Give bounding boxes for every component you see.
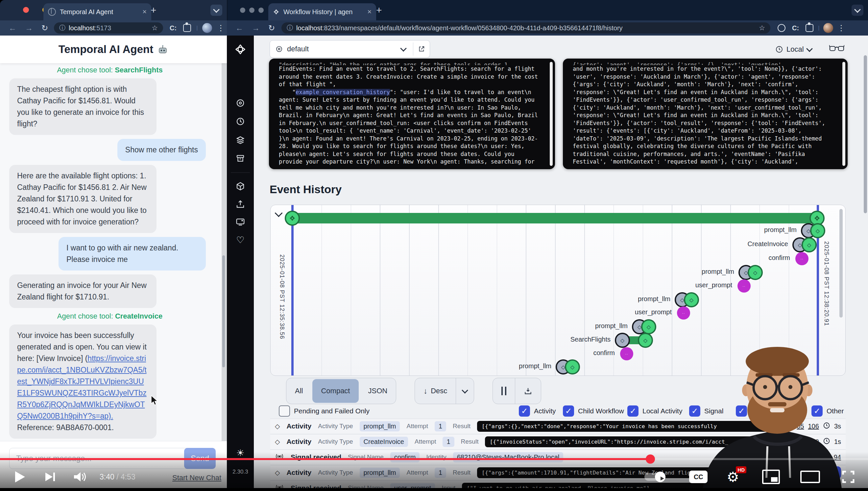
sort-chevron-button[interactable] [456, 378, 474, 404]
codec-monitor-icon[interactable] [227, 217, 254, 227]
kebab-menu-icon[interactable]: ⋮ [217, 23, 224, 33]
code-scrollbar[interactable] [842, 62, 845, 166]
tab-search-chevron-icon[interactable] [210, 5, 222, 16]
signal-marker[interactable]: ∙∙ [677, 307, 690, 320]
namespace-select[interactable]: default [270, 40, 430, 58]
timezone-select[interactable]: Local [775, 43, 812, 56]
workflows-eye-icon[interactable] [227, 98, 254, 108]
puzzle-extensions-icon[interactable] [183, 24, 191, 32]
timeline-scrollbar[interactable] [839, 209, 843, 318]
reload-icon[interactable]: ↻ [41, 23, 48, 33]
tab-temporal-ai-agent[interactable]: Temporal AI Agent × [43, 3, 151, 21]
new-tab-button[interactable]: + [376, 5, 382, 16]
kebab-menu-icon[interactable]: ⋮ [837, 23, 845, 33]
open-external-icon[interactable] [418, 46, 425, 53]
activity-completed-marker[interactable]: ◇ [802, 237, 817, 252]
sort-control[interactable]: ↓Desc [414, 378, 474, 404]
schedules-clock-icon[interactable] [227, 116, 254, 126]
back-icon[interactable]: ← [8, 23, 17, 33]
autoplay-toggle[interactable] [644, 473, 665, 481]
user-message-bubble: Show me other flights [117, 139, 206, 161]
close-window-button[interactable] [240, 7, 245, 13]
cell-label: Result [461, 438, 479, 445]
pause-button[interactable] [493, 378, 515, 404]
forward-icon[interactable]: → [25, 23, 33, 33]
tab-close-icon[interactable]: × [143, 7, 147, 16]
volume-icon[interactable] [73, 471, 88, 483]
input-code-text: "description": "Help the user gather arg… [269, 59, 555, 169]
cast-extension-icon[interactable]: C: [169, 24, 177, 32]
activity-completed-marker[interactable]: ◇ [641, 319, 656, 334]
cube-icon[interactable] [227, 181, 254, 191]
site-info-icon[interactable]: ⓘ [59, 24, 65, 32]
cast-extension-icon[interactable]: C: [792, 24, 799, 32]
forward-icon[interactable]: → [252, 23, 260, 33]
password-manager-icon[interactable] [778, 24, 785, 32]
page-title: Temporal AI Agent [59, 43, 153, 56]
activity-completed-marker[interactable]: ◇ [565, 359, 580, 375]
temporal-logo-icon[interactable] [227, 43, 254, 56]
filter-local-activity[interactable]: ✓Local Activity [627, 405, 682, 416]
checkbox-checked-icon[interactable]: ✓ [627, 405, 639, 416]
signal-marker[interactable]: ∙∙ [795, 252, 808, 265]
address-bar[interactable]: ⓘ localhost:5173 ☆ [54, 22, 163, 34]
address-bar[interactable]: ⓘ localhost:8233/namespaces/default/work… [281, 22, 770, 34]
view-mode-segmented-control[interactable]: AllCompactJSON [286, 378, 396, 404]
reload-icon[interactable]: ↻ [268, 23, 275, 33]
tab-workflow-history[interactable]: Workflow History | agent-wor × [268, 3, 376, 21]
puzzle-extensions-icon[interactable] [806, 24, 813, 32]
checkbox-checked-icon[interactable]: ✓ [519, 405, 530, 416]
theater-mode-button[interactable] [800, 470, 820, 483]
minimize-window-button[interactable] [249, 7, 254, 13]
maximize-window-button[interactable] [258, 7, 264, 13]
agent-message-bubble: Your invoice has been successfully gener… [9, 324, 156, 439]
archive-box-icon[interactable] [227, 153, 254, 163]
captions-button[interactable]: CC [689, 470, 708, 483]
signal-marker[interactable]: ∙∙ [738, 280, 751, 293]
activity-completed-marker[interactable]: ◇ [748, 265, 763, 280]
filter-child-workflow[interactable]: ✓Child Workflow [563, 405, 624, 416]
page-scrollbar[interactable] [864, 55, 867, 213]
labs-glasses-icon[interactable] [829, 44, 844, 54]
stacks-layers-icon[interactable] [227, 135, 254, 145]
activity-completed-marker[interactable]: ◇ [684, 292, 699, 307]
activity-scheduled-marker[interactable]: ◇ [615, 333, 630, 348]
input-code-panel[interactable]: "description": "Help the user gather arg… [269, 59, 555, 169]
url-path: :8233/namespaces/default/workflows/agent… [322, 24, 623, 32]
export-upload-icon[interactable] [227, 199, 254, 209]
play-button[interactable] [15, 471, 25, 483]
view-option-json[interactable]: JSON [360, 378, 396, 404]
profile-avatar[interactable] [823, 23, 833, 33]
video-progress-bar[interactable] [0, 458, 868, 460]
site-info-icon[interactable]: ⓘ [287, 24, 293, 32]
view-option-compact[interactable]: Compact [312, 379, 359, 403]
download-button[interactable] [515, 378, 541, 404]
code-scrollbar[interactable] [550, 62, 553, 166]
miniplayer-button[interactable] [762, 470, 780, 484]
result-code-panel[interactable]: {'actor': 'agent', 'response': {'args': … [563, 59, 848, 169]
checkbox-checked-icon[interactable]: ✓ [563, 405, 574, 416]
bookmark-star-icon[interactable]: ☆ [759, 24, 765, 32]
next-button[interactable] [45, 472, 55, 481]
back-icon[interactable]: ← [236, 23, 243, 33]
feedback-heart-icon[interactable]: ♡ [227, 235, 254, 246]
activity-completed-marker[interactable]: ◇ [638, 333, 653, 348]
new-tab-button[interactable]: + [151, 5, 156, 16]
pause-download-control[interactable] [493, 378, 541, 404]
chat-scrollbar[interactable] [222, 255, 225, 367]
tab-close-icon[interactable]: × [367, 7, 372, 16]
sort-desc-button[interactable]: ↓Desc [415, 378, 456, 404]
profile-avatar[interactable] [202, 23, 212, 33]
activity-completed-marker[interactable]: ◇ [810, 223, 825, 238]
invoice-link[interactable]: https://invoice.stripe.com/i/acct_1NBOLu… [17, 354, 147, 420]
filter-activity[interactable]: ✓Activity [519, 405, 556, 416]
signal-marker[interactable]: ∙∙ [620, 347, 633, 360]
tab-search-chevron-icon[interactable] [851, 5, 863, 16]
fullscreen-button[interactable] [842, 470, 855, 484]
settings-gear-icon[interactable]: ⚙HD [726, 469, 739, 485]
view-option-all[interactable]: All [286, 378, 311, 404]
close-window-button[interactable] [23, 7, 29, 13]
bookmark-star-icon[interactable]: ☆ [152, 24, 158, 32]
workflow-start-marker[interactable] [285, 211, 300, 226]
progress-scrubber[interactable] [646, 455, 655, 464]
